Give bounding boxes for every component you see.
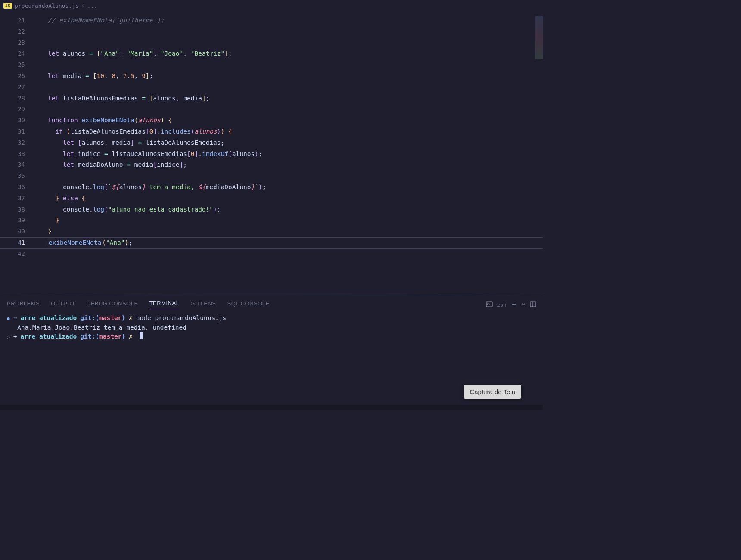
line-number: 27	[0, 82, 25, 93]
split-panel-icon[interactable]	[530, 301, 536, 308]
code-line[interactable]: } else {	[33, 193, 266, 204]
cwd: arre atualizado	[20, 314, 77, 322]
code-line[interactable]: let listaDeAlunosEmedias = [alunos, medi…	[33, 93, 266, 104]
code-line[interactable]: let media = [10, 8, 7.5, 9];	[33, 71, 266, 82]
line-number: 42	[0, 249, 25, 260]
line-number: 33	[0, 149, 25, 160]
code-line[interactable]: let [alunos, media] = listaDeAlunosEmedi…	[33, 137, 266, 149]
line-number: 32	[0, 137, 25, 149]
code-line[interactable]: let alunos = ["Ana", "Maria", "Joao", "B…	[33, 48, 266, 59]
git-status: git:(master)	[80, 332, 125, 341]
panel-tab-output[interactable]: OUTPUT	[51, 300, 75, 309]
panel-tabs: PROBLEMSOUTPUTDEBUG CONSOLETERMINALGITLE…	[0, 296, 543, 311]
chevron-right-icon: ›	[81, 3, 85, 9]
line-number: 37	[0, 193, 25, 204]
code-line[interactable]: function exibeNomeENota(alunos) {	[33, 115, 266, 126]
code-line[interactable]: // exibeNomeENota('guilherme');	[33, 15, 266, 26]
command-text: node procurandoAlunos.js	[136, 314, 227, 322]
panel-actions: zsh	[486, 301, 536, 308]
arrow-icon: ➜	[13, 314, 17, 322]
code-line[interactable]: if (listaDeAlunosEmedias[0].includes(alu…	[33, 126, 266, 137]
terminal[interactable]: ●➜arre atualizadogit:(master)✗node procu…	[0, 311, 543, 344]
line-number: 34	[0, 159, 25, 171]
line-number: 30	[0, 115, 25, 126]
code-line[interactable]: console.log("aluno nao esta cadastrado!"…	[33, 204, 266, 215]
panel-tab-debug-console[interactable]: DEBUG CONSOLE	[87, 300, 138, 309]
line-number: 35	[0, 171, 25, 182]
shell-name[interactable]: zsh	[497, 302, 507, 308]
code-area[interactable]: // exibeNomeENota('guilherme'); let alun…	[33, 12, 266, 296]
cwd: arre atualizado	[20, 332, 77, 341]
line-number: 40	[0, 226, 25, 237]
terminal-icon	[486, 301, 493, 308]
line-number: 41	[0, 237, 25, 249]
arrow-icon: ➜	[13, 332, 17, 341]
tooltip-text: Captura de Tela	[470, 388, 515, 395]
terminal-prompt[interactable]: ●➜arre atualizadogit:(master)✗node procu…	[7, 314, 536, 323]
line-number: 25	[0, 59, 25, 71]
code-line[interactable]: let mediaDoAluno = media[indice];	[33, 159, 266, 171]
breadcrumb-filename: procurandoAlunos.js	[15, 3, 79, 9]
code-editor[interactable]: 2122232425262728293031323334353637383940…	[0, 12, 543, 296]
line-number: 36	[0, 182, 25, 193]
code-line[interactable]	[33, 171, 266, 182]
minimap[interactable]	[535, 16, 543, 59]
line-number: 39	[0, 215, 25, 226]
terminal-output: Ana,Maria,Joao,Beatriz tem a media, unde…	[7, 323, 536, 332]
status-bar[interactable]	[0, 405, 543, 410]
panel-tab-terminal[interactable]: TERMINAL	[149, 300, 180, 309]
code-line[interactable]	[33, 104, 266, 115]
code-line[interactable]: console.log(`${alunos} tem a media, ${me…	[33, 182, 266, 193]
terminal-cursor	[140, 332, 143, 339]
line-number: 28	[0, 93, 25, 104]
code-line[interactable]	[33, 59, 266, 71]
code-line[interactable]	[33, 249, 266, 260]
code-line[interactable]: let indice = listaDeAlunosEmedias[0].ind…	[33, 149, 266, 160]
panel-divider	[0, 296, 543, 296]
dirty-icon: ✗	[129, 332, 133, 341]
code-line[interactable]	[33, 37, 266, 49]
chevron-down-icon[interactable]	[521, 302, 526, 308]
code-line[interactable]	[33, 26, 266, 37]
git-status: git:(master)	[80, 314, 125, 322]
code-line[interactable]: }	[33, 226, 266, 237]
prompt-bullet-icon: ●	[7, 314, 10, 323]
breadcrumb[interactable]: JS procurandoAlunos.js › ...	[0, 0, 543, 12]
line-number: 24	[0, 48, 25, 59]
dirty-icon: ✗	[129, 314, 133, 322]
screenshot-tooltip: Captura de Tela	[464, 385, 521, 399]
panel-tab-sql-console[interactable]: SQL CONSOLE	[227, 300, 269, 309]
line-number: 31	[0, 126, 25, 137]
line-number: 38	[0, 204, 25, 215]
code-line[interactable]: exibeNomeENota("Ana");	[33, 237, 266, 249]
line-number: 29	[0, 104, 25, 115]
svg-rect-0	[486, 302, 492, 307]
line-number: 26	[0, 71, 25, 82]
line-number: 23	[0, 37, 25, 49]
panel-tab-gitlens[interactable]: GITLENS	[190, 300, 216, 309]
code-line[interactable]: }	[33, 215, 266, 226]
line-number-gutter: 2122232425262728293031323334353637383940…	[0, 12, 33, 296]
plus-icon[interactable]	[511, 301, 517, 308]
breadcrumb-more: ...	[87, 3, 97, 9]
line-number: 22	[0, 26, 25, 37]
line-number: 21	[0, 15, 25, 26]
prompt-bullet-icon: ○	[7, 333, 10, 342]
terminal-prompt[interactable]: ○➜arre atualizadogit:(master)✗	[7, 332, 536, 342]
panel-tab-problems[interactable]: PROBLEMS	[7, 300, 40, 309]
js-file-icon: JS	[3, 3, 12, 9]
code-line[interactable]	[33, 82, 266, 93]
